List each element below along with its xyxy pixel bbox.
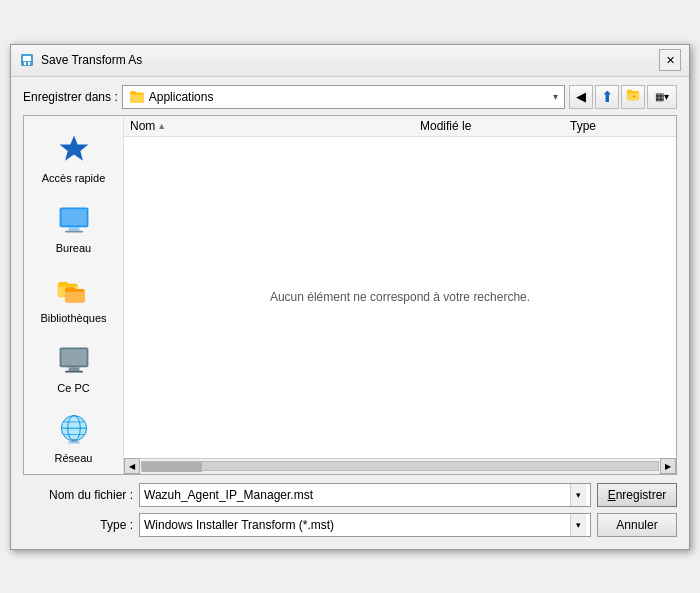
file-list: Nom ▲ Modifié le Type Aucun élément ne c… — [124, 116, 676, 474]
empty-message: Aucun élément ne correspond à votre rech… — [270, 290, 530, 304]
file-list-empty: Aucun élément ne correspond à votre rech… — [124, 137, 676, 458]
view-button[interactable]: ▦▾ — [647, 85, 677, 109]
bureau-icon — [54, 200, 94, 240]
location-dropdown[interactable]: Applications ▾ — [122, 85, 565, 109]
forward-button[interactable]: ⬆ — [595, 85, 619, 109]
cancel-button-label: Annuler — [616, 518, 657, 532]
column-type: Type — [570, 119, 670, 133]
filename-combo[interactable]: ▾ — [139, 483, 591, 507]
svg-rect-9 — [65, 230, 83, 232]
sidebar-item-ce-pc[interactable]: Ce PC — [29, 334, 119, 400]
reseau-icon — [54, 410, 94, 450]
close-button[interactable]: ✕ — [659, 49, 681, 71]
folder-icon — [129, 89, 145, 105]
save-button[interactable]: Enregistrer — [597, 483, 677, 507]
new-folder-icon: + — [626, 88, 640, 105]
dialog-icon — [19, 52, 35, 68]
save-button-label: Enregistrer — [608, 488, 667, 502]
bibliotheques-icon — [54, 270, 94, 310]
svg-rect-13 — [65, 370, 83, 372]
main-area: Accès rapide Bureau — [23, 115, 677, 475]
dropdown-arrow-icon: ▾ — [553, 91, 558, 102]
view-icon: ▦▾ — [655, 91, 669, 102]
forward-icon: ⬆ — [601, 88, 614, 106]
svg-rect-11 — [61, 349, 86, 365]
bureau-label: Bureau — [56, 242, 91, 254]
new-folder-button[interactable]: + — [621, 85, 645, 109]
filetype-label: Type : — [23, 518, 133, 532]
column-name-label: Nom — [130, 119, 155, 133]
filename-row: Nom du fichier : ▾ Enregistrer — [23, 483, 677, 507]
column-name[interactable]: Nom ▲ — [130, 119, 420, 133]
acces-rapide-label: Accès rapide — [42, 172, 106, 184]
filetype-select[interactable]: Windows Installer Transform (*.mst) ▾ — [139, 513, 591, 537]
scrollbar-track[interactable] — [141, 461, 659, 471]
file-list-header: Nom ▲ Modifié le Type — [124, 116, 676, 137]
column-type-label: Type — [570, 119, 596, 133]
reseau-label: Réseau — [55, 452, 93, 464]
horizontal-scrollbar[interactable]: ◀ ▶ — [124, 458, 676, 474]
cancel-button[interactable]: Annuler — [597, 513, 677, 537]
bottom-form: Nom du fichier : ▾ Enregistrer Type : Wi… — [23, 483, 677, 537]
filename-input[interactable] — [144, 488, 570, 502]
scroll-left-button[interactable]: ◀ — [124, 458, 140, 474]
sidebar-item-acces-rapide[interactable]: Accès rapide — [29, 124, 119, 190]
sidebar: Accès rapide Bureau — [24, 116, 124, 474]
svg-rect-8 — [68, 227, 79, 231]
dialog-body: Enregistrer dans : Applications ▾ ◀ ⬆ — [11, 77, 689, 549]
sidebar-item-reseau[interactable]: Réseau — [29, 404, 119, 470]
acces-rapide-icon — [54, 130, 94, 170]
location-text: Applications — [149, 90, 553, 104]
svg-rect-3 — [28, 62, 30, 65]
svg-rect-2 — [24, 62, 26, 65]
svg-rect-12 — [68, 367, 79, 371]
svg-rect-1 — [23, 56, 31, 61]
location-bar: Enregistrer dans : Applications ▾ ◀ ⬆ — [23, 85, 677, 109]
nav-buttons: ◀ ⬆ + ▦▾ — [569, 85, 677, 109]
filename-label-text: Nom du fichier : — [49, 488, 133, 502]
svg-text:+: + — [632, 92, 636, 99]
filetype-dropdown-arrow-icon[interactable]: ▾ — [570, 514, 586, 536]
back-icon: ◀ — [576, 89, 586, 104]
title-bar: Save Transform As ✕ — [11, 45, 689, 77]
sidebar-item-bibliotheques[interactable]: Bibliothèques — [29, 264, 119, 330]
svg-marker-5 — [59, 135, 88, 160]
filename-dropdown-arrow-icon[interactable]: ▾ — [570, 484, 586, 506]
column-modified-label: Modifié le — [420, 119, 471, 133]
bibliotheques-label: Bibliothèques — [40, 312, 106, 324]
svg-rect-7 — [61, 209, 86, 225]
back-button[interactable]: ◀ — [569, 85, 593, 109]
location-label: Enregistrer dans : — [23, 90, 118, 104]
scroll-right-button[interactable]: ▶ — [660, 458, 676, 474]
ce-pc-label: Ce PC — [57, 382, 89, 394]
filetype-value: Windows Installer Transform (*.mst) — [144, 518, 570, 532]
dialog-title: Save Transform As — [41, 53, 659, 67]
svg-rect-20 — [72, 439, 76, 442]
filetype-row: Type : Windows Installer Transform (*.ms… — [23, 513, 677, 537]
scrollbar-thumb[interactable] — [142, 462, 202, 472]
column-modified: Modifié le — [420, 119, 570, 133]
filename-label: Nom du fichier : — [23, 488, 133, 502]
save-dialog: Save Transform As ✕ Enregistrer dans : A… — [10, 44, 690, 550]
sidebar-item-bureau[interactable]: Bureau — [29, 194, 119, 260]
ce-pc-icon — [54, 340, 94, 380]
sort-arrow-icon: ▲ — [157, 121, 166, 131]
